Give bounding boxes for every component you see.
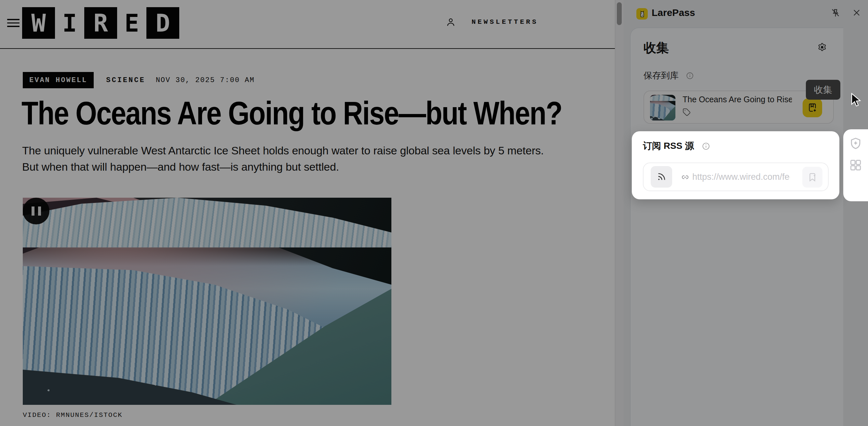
info-icon[interactable] — [702, 142, 710, 150]
rss-url-input-group — [643, 163, 829, 191]
rss-icon — [651, 166, 672, 188]
rss-subscribe-card: 订阅 RSS 源 — [632, 131, 839, 199]
rss-url-input[interactable] — [692, 166, 790, 188]
bookmark-check-icon[interactable] — [802, 167, 823, 188]
mouse-cursor — [849, 93, 863, 108]
shield-plus-icon[interactable] — [848, 137, 863, 151]
dim-overlay — [0, 0, 868, 426]
rail-spotlight — [843, 129, 868, 201]
link-icon — [681, 173, 689, 181]
grid-icon[interactable] — [848, 158, 863, 172]
rss-section-title: 订阅 RSS 源 — [643, 140, 694, 152]
